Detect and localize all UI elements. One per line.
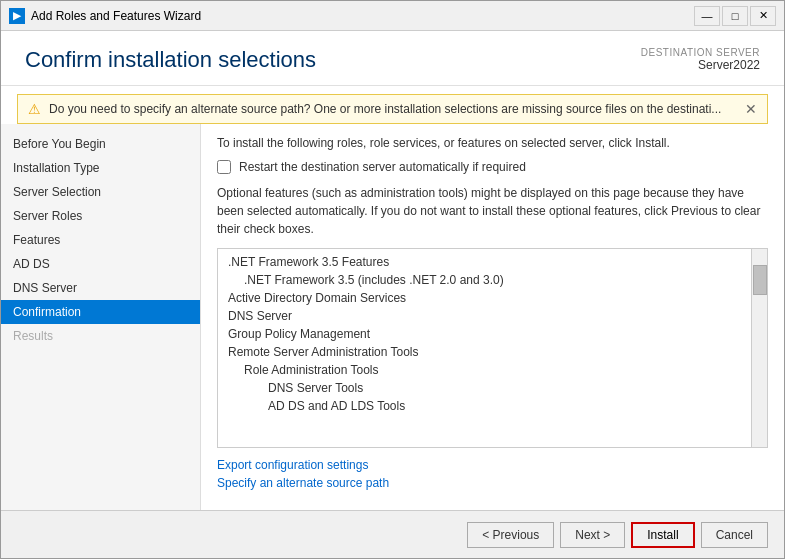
main-window: ▶ Add Roles and Features Wizard — □ ✕ Co… xyxy=(0,0,785,559)
content-area: To install the following roles, role ser… xyxy=(201,124,784,510)
dest-server-label: DESTINATION SERVER xyxy=(641,47,760,58)
warning-icon: ⚠ xyxy=(28,101,41,117)
alternate-source-link[interactable]: Specify an alternate source path xyxy=(217,476,768,490)
warning-close-button[interactable]: ✕ xyxy=(745,101,757,117)
feature-net-35: .NET Framework 3.5 (includes .NET 2.0 an… xyxy=(218,271,767,289)
feature-ad-ds: Active Directory Domain Services xyxy=(218,289,767,307)
list-scrollbar[interactable] xyxy=(751,249,767,447)
window-title: Add Roles and Features Wizard xyxy=(31,9,694,23)
feature-addstools: AD DS and AD LDS Tools xyxy=(218,397,767,415)
sidebar-item-ad-ds[interactable]: AD DS xyxy=(1,252,200,276)
warning-text: Do you need to specify an alternate sour… xyxy=(49,102,737,116)
sidebar-item-server-roles[interactable]: Server Roles xyxy=(1,204,200,228)
sidebar-item-before-you-begin[interactable]: Before You Begin xyxy=(1,132,200,156)
page-title: Confirm installation selections xyxy=(25,47,316,73)
feature-role-admin-tools: Role Administration Tools xyxy=(218,361,767,379)
dest-server-name: Server2022 xyxy=(641,58,760,72)
main-content: Before You Begin Installation Type Serve… xyxy=(1,124,784,510)
export-config-link[interactable]: Export configuration settings xyxy=(217,458,768,472)
window-controls: — □ ✕ xyxy=(694,6,776,26)
feature-group-policy: Group Policy Management xyxy=(218,325,767,343)
sidebar: Before You Begin Installation Type Serve… xyxy=(1,124,201,510)
feature-rsat: Remote Server Administration Tools xyxy=(218,343,767,361)
sidebar-item-dns-server[interactable]: DNS Server xyxy=(1,276,200,300)
next-button[interactable]: Next > xyxy=(560,522,625,548)
feature-dns-tools: DNS Server Tools xyxy=(218,379,767,397)
sidebar-item-installation-type[interactable]: Installation Type xyxy=(1,156,200,180)
title-bar: ▶ Add Roles and Features Wizard — □ ✕ xyxy=(1,1,784,31)
warning-bar: ⚠ Do you need to specify an alternate so… xyxy=(17,94,768,124)
previous-button[interactable]: < Previous xyxy=(467,522,554,548)
sidebar-item-features[interactable]: Features xyxy=(1,228,200,252)
features-list-container: .NET Framework 3.5 Features .NET Framewo… xyxy=(217,248,768,448)
app-icon: ▶ xyxy=(9,8,25,24)
sidebar-item-server-selection[interactable]: Server Selection xyxy=(1,180,200,204)
scrollbar-thumb xyxy=(753,265,767,295)
header-section: Confirm installation selections DESTINAT… xyxy=(1,31,784,86)
feature-net-framework: .NET Framework 3.5 Features xyxy=(218,253,767,271)
restart-checkbox-row: Restart the destination server automatic… xyxy=(217,160,768,174)
restart-checkbox-label: Restart the destination server automatic… xyxy=(239,160,526,174)
footer: < Previous Next > Install Cancel xyxy=(1,510,784,558)
restart-checkbox[interactable] xyxy=(217,160,231,174)
optional-text: Optional features (such as administratio… xyxy=(217,184,768,238)
install-button[interactable]: Install xyxy=(631,522,694,548)
links-section: Export configuration settings Specify an… xyxy=(217,458,768,494)
cancel-button[interactable]: Cancel xyxy=(701,522,768,548)
maximize-button[interactable]: □ xyxy=(722,6,748,26)
feature-dns-server: DNS Server xyxy=(218,307,767,325)
minimize-button[interactable]: — xyxy=(694,6,720,26)
instruction-text: To install the following roles, role ser… xyxy=(217,136,768,150)
close-button[interactable]: ✕ xyxy=(750,6,776,26)
sidebar-item-confirmation[interactable]: Confirmation xyxy=(1,300,200,324)
destination-server-info: DESTINATION SERVER Server2022 xyxy=(641,47,760,72)
features-list: .NET Framework 3.5 Features .NET Framewo… xyxy=(218,249,767,419)
sidebar-item-results: Results xyxy=(1,324,200,348)
